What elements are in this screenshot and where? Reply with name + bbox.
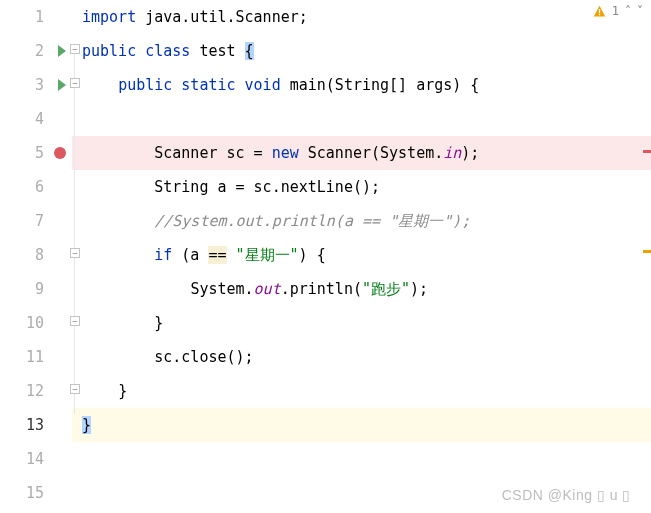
keyword: public bbox=[82, 42, 136, 60]
warning-icon bbox=[593, 5, 606, 18]
stripe-mark[interactable] bbox=[643, 150, 651, 153]
keyword: public bbox=[118, 76, 172, 94]
keyword: import bbox=[82, 8, 136, 26]
line-number: 2 bbox=[35, 42, 44, 60]
code-text: java.util.Scanner; bbox=[136, 8, 308, 26]
warning-count: 1 bbox=[612, 4, 619, 18]
run-icon[interactable] bbox=[58, 45, 66, 57]
code-text: .println( bbox=[281, 280, 362, 298]
line-number: 13 bbox=[26, 416, 44, 434]
line-number: 10 bbox=[26, 314, 44, 332]
line-number: 15 bbox=[26, 484, 44, 502]
line-number: 9 bbox=[35, 280, 44, 298]
stripe-mark[interactable] bbox=[643, 250, 651, 253]
svg-rect-0 bbox=[599, 9, 600, 13]
code-text: ); bbox=[410, 280, 428, 298]
code-text: String a = sc.nextLine(); bbox=[154, 178, 380, 196]
code-text: Scanner sc = bbox=[154, 144, 271, 162]
gutter-row[interactable]: 9 bbox=[0, 272, 72, 306]
inspection-indicator[interactable]: 1 ˄ ˅ bbox=[593, 4, 643, 18]
gutter-row[interactable]: 4 bbox=[0, 102, 72, 136]
fold-toggle-icon[interactable]: − bbox=[70, 316, 80, 326]
code-line[interactable]: } bbox=[72, 408, 651, 442]
code-text: System. bbox=[190, 280, 253, 298]
code-line[interactable]: String a = sc.nextLine(); bbox=[72, 170, 651, 204]
fold-toggle-icon[interactable]: − bbox=[70, 248, 80, 258]
gutter-row[interactable]: 2 bbox=[0, 34, 72, 68]
code-text: Scanner(System. bbox=[299, 144, 444, 162]
code-line[interactable]: //System.out.println(a == "星期一"); bbox=[72, 204, 651, 238]
gutter-row[interactable]: 6 bbox=[0, 170, 72, 204]
svg-rect-1 bbox=[599, 13, 600, 14]
line-number: 6 bbox=[35, 178, 44, 196]
code-line[interactable]: } bbox=[72, 374, 651, 408]
chevron-up-icon[interactable]: ˄ bbox=[625, 4, 631, 18]
line-number: 3 bbox=[35, 76, 44, 94]
field-ref: in bbox=[443, 144, 461, 162]
code-text: } bbox=[118, 382, 127, 400]
code-text: test bbox=[190, 42, 244, 60]
code-line[interactable]: } bbox=[72, 306, 651, 340]
warning-highlight: == bbox=[208, 246, 226, 264]
code-text: (a bbox=[181, 246, 208, 264]
breakpoint-icon[interactable] bbox=[54, 147, 66, 159]
keyword: void bbox=[245, 76, 281, 94]
brace-highlight: { bbox=[245, 42, 254, 60]
code-text: main(String[] args) { bbox=[281, 76, 480, 94]
code-line[interactable]: public static void main(String[] args) { bbox=[72, 68, 651, 102]
code-area[interactable]: − − − − − import java.util.Scanner; publ… bbox=[72, 0, 651, 513]
gutter-row[interactable]: 7 bbox=[0, 204, 72, 238]
fold-toggle-icon[interactable]: − bbox=[70, 44, 80, 54]
gutter-row[interactable]: 14 bbox=[0, 442, 72, 476]
line-number: 7 bbox=[35, 212, 44, 230]
code-line[interactable]: if (a == "星期一") { bbox=[72, 238, 651, 272]
gutter-row[interactable]: 10 bbox=[0, 306, 72, 340]
code-line[interactable] bbox=[72, 442, 651, 476]
gutter-row[interactable]: 13 bbox=[0, 408, 72, 442]
gutter-row[interactable]: 5 bbox=[0, 136, 72, 170]
fold-toggle-icon[interactable]: − bbox=[70, 78, 80, 88]
keyword: static bbox=[181, 76, 235, 94]
string-literal: "跑步" bbox=[362, 280, 410, 298]
line-number: 5 bbox=[35, 144, 44, 162]
code-line[interactable]: System.out.println("跑步"); bbox=[72, 272, 651, 306]
code-line[interactable] bbox=[72, 102, 651, 136]
code-line[interactable]: public class test { bbox=[72, 34, 651, 68]
code-editor[interactable]: 1 2 3 4 5 6 7 8 9 10 11 12 13 14 15 − − … bbox=[0, 0, 651, 513]
code-text: ) { bbox=[299, 246, 326, 264]
line-number: 11 bbox=[26, 348, 44, 366]
keyword: if bbox=[154, 246, 181, 264]
gutter-row[interactable]: 15 bbox=[0, 476, 72, 510]
keyword: new bbox=[272, 144, 299, 162]
error-stripe[interactable] bbox=[641, 0, 651, 513]
gutter[interactable]: 1 2 3 4 5 6 7 8 9 10 11 12 13 14 15 bbox=[0, 0, 72, 513]
run-icon[interactable] bbox=[58, 79, 66, 91]
gutter-row[interactable]: 12 bbox=[0, 374, 72, 408]
line-number: 12 bbox=[26, 382, 44, 400]
code-line[interactable]: sc.close(); bbox=[72, 340, 651, 374]
string-literal: "星期一" bbox=[236, 246, 299, 264]
gutter-row[interactable]: 1 bbox=[0, 0, 72, 34]
keyword: class bbox=[145, 42, 190, 60]
code-line[interactable]: import java.util.Scanner; bbox=[72, 0, 651, 34]
brace-highlight: } bbox=[82, 416, 91, 434]
line-number: 14 bbox=[26, 450, 44, 468]
fold-toggle-icon[interactable]: − bbox=[70, 384, 80, 394]
code-line[interactable]: Scanner sc = new Scanner(System.in); bbox=[72, 136, 651, 170]
gutter-row[interactable]: 8 bbox=[0, 238, 72, 272]
code-text: sc.close(); bbox=[154, 348, 253, 366]
line-number: 4 bbox=[35, 110, 44, 128]
gutter-row[interactable]: 3 bbox=[0, 68, 72, 102]
line-number: 8 bbox=[35, 246, 44, 264]
code-text: ); bbox=[461, 144, 479, 162]
fold-column[interactable]: − − − − − bbox=[72, 0, 82, 513]
watermark: CSDN @King ▯ u ▯ bbox=[502, 487, 631, 503]
field-ref: out bbox=[254, 280, 281, 298]
code-text: } bbox=[154, 314, 163, 332]
comment: //System.out.println(a == "星期一"); bbox=[154, 212, 470, 230]
line-number: 1 bbox=[35, 8, 44, 26]
gutter-row[interactable]: 11 bbox=[0, 340, 72, 374]
